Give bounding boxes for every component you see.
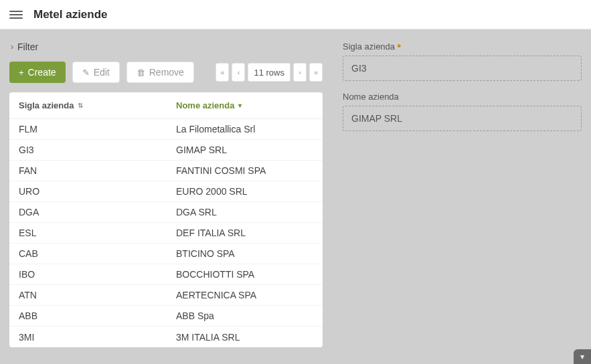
cell-sigla: ABB: [9, 310, 167, 321]
toolbar: + Create ✎ Edit 🗑 Remove « ‹ 11 rows › »: [9, 62, 323, 83]
cell-sigla: FLM: [9, 124, 167, 134]
cell-sigla: URO: [9, 186, 167, 197]
cell-sigla: GI3: [9, 145, 167, 155]
table-row[interactable]: ABBABB Spa: [9, 306, 323, 327]
sort-icon: ⇅: [78, 102, 83, 109]
cell-nome: La Filometallica Srl: [167, 124, 323, 134]
plus-icon: +: [19, 68, 24, 77]
pencil-icon: ✎: [82, 68, 90, 77]
data-table: Sigla azienda ⇅ Nome azienda ▾ FLMLa Fil…: [9, 92, 323, 347]
pager-rowcount: 11 rows: [248, 63, 290, 82]
create-button[interactable]: + Create: [9, 62, 66, 83]
cell-nome: ABB Spa: [167, 310, 323, 321]
table-row[interactable]: FANFANTINI COSMI SPA: [9, 161, 323, 181]
field-sigla-label: Sigla azienda: [343, 41, 395, 52]
column-header-nome[interactable]: Nome azienda ▾: [167, 100, 323, 110]
menu-icon[interactable]: [9, 8, 23, 21]
cell-sigla: DGA: [9, 207, 167, 217]
field-sigla-value[interactable]: GI3: [343, 56, 582, 81]
cell-nome: AERTECNICA SPA: [167, 290, 323, 300]
pager-prev-button[interactable]: ‹: [232, 63, 245, 82]
badge-icon: ▾: [580, 352, 584, 361]
pager-first-button[interactable]: «: [216, 63, 229, 82]
remove-button-label: Remove: [149, 67, 184, 78]
pager: « ‹ 11 rows › »: [216, 63, 323, 82]
field-nome-label-row: Nome azienda: [343, 92, 582, 102]
column-header-nome-label: Nome azienda: [176, 100, 234, 110]
table-row[interactable]: FLMLa Filometallica Srl: [9, 119, 323, 140]
table-row[interactable]: UROEURO 2000 SRL: [9, 181, 323, 202]
content: › Filter + Create ✎ Edit 🗑 Remove « ‹ 11…: [0, 29, 591, 364]
pager-next-button[interactable]: ›: [293, 63, 307, 82]
cell-nome: FANTINI COSMI SPA: [167, 165, 323, 176]
table-row[interactable]: DGADGA SRL: [9, 202, 323, 223]
edit-button-label: Edit: [94, 67, 110, 78]
cell-nome: 3M ITALIA SRL: [167, 332, 323, 343]
remove-button[interactable]: 🗑 Remove: [126, 62, 194, 83]
filter-label: Filter: [17, 41, 38, 52]
table-row[interactable]: CABBTICINO SPA: [9, 244, 323, 264]
detail-panel: Sigla azienda • GI3 Nome azienda GIMAP S…: [343, 39, 582, 355]
topbar: Metel aziende: [0, 0, 591, 29]
sort-desc-icon: ▾: [238, 102, 242, 109]
field-nome-value[interactable]: GIMAP SRL: [343, 106, 582, 131]
table-row[interactable]: IBOBOCCHIOTTI SPA: [9, 264, 323, 285]
filter-toggle[interactable]: › Filter: [9, 39, 323, 62]
table-row[interactable]: 3MI3M ITALIA SRL: [9, 327, 323, 347]
cell-sigla: FAN: [9, 165, 167, 176]
cell-nome: EURO 2000 SRL: [167, 186, 323, 197]
field-nome: Nome azienda GIMAP SRL: [343, 92, 582, 131]
cell-sigla: ATN: [9, 290, 167, 300]
edit-button[interactable]: ✎ Edit: [72, 62, 120, 83]
create-button-label: Create: [28, 67, 56, 78]
trash-icon: 🗑: [137, 68, 145, 77]
page-title: Metel aziende: [33, 8, 108, 21]
cell-nome: DEF ITALIA SRL: [167, 227, 323, 238]
table-body: FLMLa Filometallica SrlGI3GIMAP SRLFANFA…: [9, 119, 323, 347]
table-row[interactable]: ESLDEF ITALIA SRL: [9, 223, 323, 244]
cell-sigla: ESL: [9, 227, 167, 238]
corner-badge[interactable]: ▾: [574, 349, 591, 364]
left-column: › Filter + Create ✎ Edit 🗑 Remove « ‹ 11…: [9, 39, 323, 355]
field-sigla-label-row: Sigla azienda •: [343, 41, 582, 52]
table-header: Sigla azienda ⇅ Nome azienda ▾: [9, 92, 323, 119]
cell-sigla: CAB: [9, 248, 167, 259]
pager-last-button[interactable]: »: [309, 63, 323, 82]
field-sigla: Sigla azienda • GI3: [343, 41, 582, 81]
cell-sigla: IBO: [9, 269, 167, 280]
table-row[interactable]: GI3GIMAP SRL: [9, 140, 323, 161]
field-nome-label: Nome azienda: [343, 92, 399, 102]
column-header-sigla-label: Sigla azienda: [19, 100, 74, 110]
cell-sigla: 3MI: [9, 332, 167, 343]
cell-nome: BTICINO SPA: [167, 248, 323, 259]
cell-nome: DGA SRL: [167, 207, 323, 217]
cell-nome: GIMAP SRL: [167, 145, 323, 155]
chevron-right-icon: ›: [11, 42, 13, 52]
column-header-sigla[interactable]: Sigla azienda ⇅: [9, 100, 167, 110]
table-row[interactable]: ATNAERTECNICA SPA: [9, 285, 323, 306]
cell-nome: BOCCHIOTTI SPA: [167, 269, 323, 280]
